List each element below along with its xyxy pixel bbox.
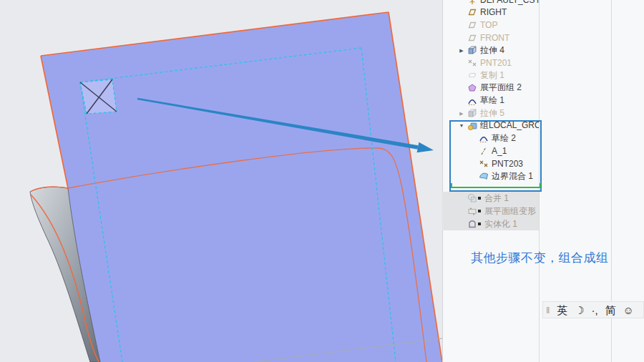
tree-item[interactable]: DEFAULT_CSYS [442, 0, 539, 6]
tree-item[interactable]: 草绘 1 [442, 94, 539, 107]
tree-item[interactable]: RIGHT [442, 6, 539, 19]
extrude-icon [467, 108, 478, 118]
insertion-locator-bar [451, 187, 541, 188]
flatten-deform-icon [467, 206, 478, 216]
insertion-locator-tick-right [540, 183, 541, 188]
ime-english-mode[interactable]: 英 [557, 305, 567, 315]
flatten-icon [467, 83, 478, 93]
sketch-icon [467, 96, 478, 106]
expand-arrow-icon[interactable]: ▶ [457, 111, 467, 116]
tree-item-label: 草绘 1 [480, 94, 504, 107]
tree-item[interactable]: TOP [442, 19, 539, 31]
tree-item[interactable]: 实体化 1 [442, 217, 539, 230]
ime-punctuation-mode[interactable]: ·, [592, 305, 598, 315]
tree-item[interactable]: FRONT [442, 31, 539, 44]
tree-item[interactable]: 复制 1 [442, 69, 539, 82]
tree-item[interactable]: 展平面组变形 1 [442, 205, 539, 217]
annotation-note: 其他步骤不变，组合成组 [471, 250, 609, 266]
3d-viewport[interactable] [0, 0, 442, 362]
plane-icon [467, 7, 478, 17]
insertion-marker-icon [478, 210, 481, 212]
tree-item-label: 复制 1 [480, 69, 504, 82]
tree-item-label: PNT201 [480, 58, 512, 68]
ime-emoji-face[interactable]: ☺ [623, 305, 634, 315]
tree-item-label: 展平面组 2 [480, 82, 522, 94]
tree-item-label: 合并 1 [484, 192, 509, 205]
plane-icon [467, 20, 478, 30]
corner-sketch-square[interactable] [80, 79, 117, 114]
csys-icon [467, 0, 478, 5]
copy-icon [467, 70, 478, 80]
tree-item-label: FRONT [480, 33, 509, 43]
tree-item-label: TOP [480, 20, 497, 30]
ime-half-width-moon[interactable]: ☽ [575, 305, 584, 315]
tree-item-label: 拉伸 4 [480, 44, 504, 57]
tree-item[interactable]: ▶拉伸 4 [442, 44, 539, 57]
ime-simplified-chinese[interactable]: 简 [605, 305, 616, 315]
points-icon [467, 58, 478, 68]
ime-toolbar[interactable]: ‖英☽·,简☺ [542, 301, 644, 318]
tree-item-label: 拉伸 5 [480, 107, 504, 119]
tree-item-label: 实体化 1 [484, 218, 517, 230]
tree-item[interactable]: 展平面组 2 [442, 82, 539, 94]
insertion-marker-icon [478, 222, 481, 225]
tree-item[interactable]: 合并 1 [442, 192, 539, 205]
tree-item[interactable]: PNT201 [442, 57, 539, 69]
ime-drag-handle[interactable]: ‖ [546, 305, 550, 315]
insertion-marker-icon [478, 197, 481, 200]
merge-icon [467, 193, 478, 203]
extrude-icon [467, 45, 478, 55]
group-highlight-box [449, 120, 542, 192]
tree-item-label: 展平面组变形 1 [484, 205, 539, 217]
flattened-surface[interactable] [41, 12, 442, 362]
expand-arrow-icon[interactable]: ▶ [457, 48, 467, 53]
solidify-icon [467, 219, 478, 229]
insertion-locator[interactable] [451, 185, 541, 188]
tree-item[interactable]: ▶拉伸 5 [442, 107, 539, 119]
plane-icon [467, 33, 478, 43]
tree-item-label: RIGHT [480, 7, 507, 17]
tree-item-label: DEFAULT_CSYS [480, 0, 539, 5]
